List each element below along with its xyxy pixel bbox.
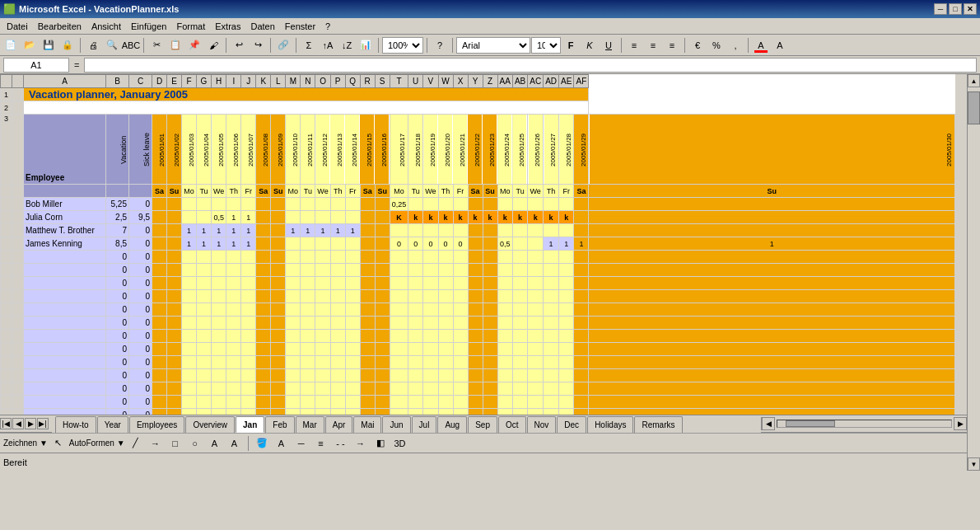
new-button[interactable]: 📄 [2,36,20,54]
date-col-07: 2005/01/07 [241,115,256,185]
draw-cursor[interactable]: ↖ [49,434,68,453]
tab-mai[interactable]: Mai [353,416,381,433]
currency-button[interactable]: € [688,36,707,54]
font-color2[interactable]: A [273,434,291,453]
percent-button[interactable]: % [707,36,726,54]
shadow-style[interactable]: ◧ [371,434,390,453]
dash-style[interactable]: - - [332,434,350,453]
italic-button[interactable]: K [581,36,599,54]
font-size-select[interactable]: 10 [531,37,561,54]
menu-einfuegen[interactable]: Einfügen [126,20,171,33]
tab-next-btn[interactable]: ▶ [25,418,36,429]
undo-button[interactable]: ↩ [230,36,248,54]
font-color-button[interactable]: A [771,36,789,54]
3d-style[interactable]: 3D [391,434,409,453]
print-button[interactable]: 🖨 [84,36,102,54]
tab-holidays[interactable]: Holidays [587,416,633,433]
maximize-button[interactable]: □ [949,3,962,15]
vscroll-track[interactable] [968,87,980,457]
day-fr-21: Fr [453,185,468,198]
cell-reference-input[interactable] [3,58,69,73]
spreadsheet-grid[interactable]: A B C D E F G H I J K L M N O [0,74,967,415]
close-button[interactable]: ✕ [964,3,977,15]
menu-help[interactable]: ? [320,20,335,33]
format-painter[interactable]: 🖌 [204,36,222,54]
sort-asc[interactable]: ↑A [319,36,337,54]
hscroll-right[interactable]: ▶ [954,417,967,430]
tab-aug[interactable]: Aug [437,416,467,433]
tab-oct[interactable]: Oct [498,416,526,433]
tab-how-to[interactable]: How-to [55,416,96,433]
menu-bearbeiten[interactable]: Bearbeiten [33,20,86,33]
bold-button[interactable]: F [562,36,580,54]
draw-line[interactable]: ╱ [127,434,145,453]
vertical-scrollbar[interactable]: ▲ ▼ [967,74,980,471]
zoom-select[interactable]: 100% [382,37,423,54]
sort-desc[interactable]: ↓Z [338,36,356,54]
tab-feb[interactable]: Feb [265,416,294,433]
menu-format[interactable]: Format [171,20,210,33]
draw-textbox[interactable]: A [206,434,224,453]
draw-oval[interactable]: ○ [186,434,204,453]
menu-fenster[interactable]: Fenster [280,20,320,33]
arrow-style[interactable]: → [352,434,370,453]
tab-apr[interactable]: Apr [325,416,353,433]
tab-dec[interactable]: Dec [557,416,586,433]
spell-button[interactable]: ABC [122,36,140,54]
line-color[interactable]: ─ [292,434,310,453]
open-button[interactable]: 📂 [21,36,39,54]
vscroll-down[interactable]: ▼ [968,457,980,471]
line-style[interactable]: ≡ [312,434,330,453]
tab-sep[interactable]: Sep [468,416,497,433]
draw-rect[interactable]: □ [166,434,184,453]
vscroll-thumb[interactable] [968,91,980,124]
redo-button[interactable]: ↪ [249,36,267,54]
day-sa-22: Sa [468,185,483,198]
save-button[interactable]: 💾 [40,36,58,54]
align-left[interactable]: ≡ [625,36,643,54]
font-select[interactable]: Arial [456,37,530,54]
menu-ansicht[interactable]: Ansicht [86,20,126,33]
thousands-button[interactable]: , [726,36,744,54]
fill-color-button[interactable]: A [752,36,770,54]
tab-first-btn[interactable]: |◀ [0,418,12,429]
align-right[interactable]: ≡ [663,36,681,54]
tab-prev-btn[interactable]: ◀ [12,418,24,429]
minimize-button[interactable]: ─ [934,3,947,15]
draw-arrow[interactable]: → [147,434,165,453]
menu-daten[interactable]: Daten [245,20,279,33]
tab-year[interactable]: Year [97,416,128,433]
hscroll-left[interactable]: ◀ [762,417,775,430]
preview-button[interactable]: 🔍 [103,36,121,54]
copy-button[interactable]: 📋 [166,36,184,54]
day-sa-29: Sa [574,185,589,198]
empty-data-row: 00 [1,264,955,277]
fill-color2[interactable]: 🪣 [253,434,271,453]
tab-mar[interactable]: Mar [296,416,324,433]
tab-employees[interactable]: Employees [129,416,184,433]
permission-button[interactable]: 🔒 [58,36,77,54]
hscroll-thumb[interactable] [786,420,835,427]
james-day03: 1 [182,237,197,251]
hyperlink-button[interactable]: 🔗 [274,36,292,54]
draw-wordart[interactable]: A [226,434,244,453]
tab-jul[interactable]: Jul [412,416,437,433]
hscroll-track[interactable] [777,420,952,428]
help-button[interactable]: ? [431,36,449,54]
menu-datei[interactable]: Datei [2,20,33,33]
tab-jan[interactable]: Jan [236,416,264,433]
cut-button[interactable]: ✂ [147,36,166,54]
paste-button[interactable]: 📌 [185,36,203,54]
formula-input[interactable] [84,58,977,73]
underline-button[interactable]: U [600,36,618,54]
tab-nov[interactable]: Nov [527,416,557,433]
tab-remarks[interactable]: Remarks [634,416,682,433]
autosum-button[interactable]: Σ [300,36,318,54]
align-center[interactable]: ≡ [644,36,662,54]
tab-last-btn[interactable]: ▶| [37,418,49,429]
chart-button[interactable]: 📊 [357,36,375,54]
vscroll-up[interactable]: ▲ [968,74,980,87]
menu-extras[interactable]: Extras [210,20,245,33]
tab-overview[interactable]: Overview [185,416,235,433]
tab-jun[interactable]: Jun [382,416,410,433]
